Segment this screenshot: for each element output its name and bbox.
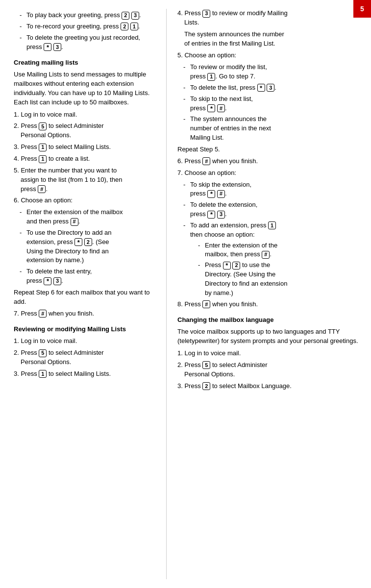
key-star-f: * — [207, 190, 215, 198]
creating-intro: Use Mailing Lists to send messages to mu… — [14, 70, 157, 107]
list-item: To delete the extension,press * 3. — [183, 200, 362, 219]
system-announces: The system announces the numberof entrie… — [184, 30, 362, 49]
step7-sub-bullets: Enter the extension of themailbox, then … — [198, 241, 362, 298]
step-5-left: 5. Enter the number that you want to ass… — [14, 166, 157, 194]
step7-bullets: To skip the extension,press * #. To dele… — [183, 180, 362, 298]
step-2: 2. Press 5 to select AdministerPersonal … — [14, 122, 157, 140]
key-hash-e: # — [202, 157, 210, 165]
creating-heading: Creating mailing lists — [14, 58, 157, 68]
key-star-e: * — [207, 104, 215, 112]
key-1f: 1 — [268, 221, 276, 229]
key-1b: 1 — [39, 144, 47, 151]
key-star-h: * — [223, 262, 231, 270]
content-area: To play back your greeting, press 2 3. T… — [0, 0, 371, 588]
list-item: Enter the extension of the mailboxand th… — [20, 208, 157, 226]
key-2d: 2 — [232, 262, 240, 270]
key-3a: 3 — [131, 12, 139, 20]
list-item: To delete the greeting you just recorded… — [20, 33, 157, 52]
key-star-a: * — [44, 43, 51, 51]
r-step-5-label: 5. Choose an option: — [177, 51, 362, 60]
key-3e: 3 — [267, 84, 274, 92]
key-hash-b: # — [71, 218, 78, 226]
list-item: To skip the extension,press * #. — [183, 180, 362, 199]
right-column: 4. Press 3 to review or modify MailingLi… — [167, 9, 371, 579]
key-star-g: * — [207, 211, 215, 219]
list-item: The system announces thenumber of entrie… — [183, 115, 362, 143]
changing-intro: The voice mailbox supports up to two lan… — [177, 327, 362, 346]
step6-bullets: Enter the extension of the mailboxand th… — [20, 208, 157, 286]
list-item: Press * 2 to use theDirectory. (See Usin… — [198, 261, 362, 297]
key-2: 2 — [122, 12, 129, 20]
key-1c: 1 — [39, 155, 47, 163]
r-step-4: 4. Press 3 to review or modify MailingLi… — [177, 9, 362, 27]
list-item: To add an extension, press 1then choose … — [183, 221, 362, 298]
list-item: Enter the extension of themailbox, then … — [198, 241, 362, 260]
rl-step-2-cont: Personal Options. — [21, 358, 71, 366]
list-item: To skip to the next list,press * #. — [183, 95, 362, 113]
key-hash-h: # — [202, 300, 210, 308]
key-hash-d: # — [217, 104, 225, 112]
r-step-8: 8. Press # when you finish. — [177, 300, 362, 309]
list-item: To review or modify the list,press 1. Go… — [183, 63, 362, 81]
intro-bullets: To play back your greeting, press 2 3. T… — [20, 11, 157, 51]
step5-bullets: To review or modify the list,press 1. Go… — [183, 63, 362, 143]
rl-step-2: 2. Press 5 to select AdministerPersonal … — [14, 348, 157, 367]
page: 5 To play back your greeting, press 2 3.… — [0, 0, 371, 588]
key-3f: 3 — [217, 211, 225, 219]
step-6-label: 6. Choose an option: — [14, 196, 157, 205]
cl-step-1: 1. Log in to voice mail. — [177, 349, 362, 358]
key-5c: 5 — [202, 361, 210, 369]
step-5-cont: assign to the list (from 1 to 10), then — [21, 176, 122, 183]
key-star-c: * — [44, 277, 51, 285]
changing-heading: Changing the mailbox language — [177, 316, 362, 325]
key-1d: 1 — [39, 370, 47, 378]
list-item: To play back your greeting, press 2 3. — [20, 11, 157, 20]
key-star-d: * — [257, 84, 265, 92]
key-2c: 2 — [84, 238, 92, 246]
key-1a: 1 — [130, 23, 138, 30]
key-1e: 1 — [207, 73, 215, 81]
cl-step-3: 3. Press 2 to select Mailbox Language. — [177, 382, 362, 391]
key-hash-c: # — [39, 310, 47, 318]
key-hash-a: # — [38, 185, 46, 193]
key-hash-f: # — [217, 190, 225, 198]
cl-step-2: 2. Press 5 to select AdministerPersonal … — [177, 361, 362, 379]
list-item: To use the Directory to add anextension,… — [20, 228, 157, 265]
key-3b: 3 — [53, 43, 61, 51]
key-2b: 2 — [121, 23, 128, 30]
list-item: To delete the list, press * 3. — [183, 83, 362, 93]
r-step-6: 6. Press # when you finish. — [177, 157, 362, 166]
left-column: To play back your greeting, press 2 3. T… — [0, 9, 167, 579]
list-item: To re-record your greeting, press 2 1. — [20, 22, 157, 31]
r-step-7-label: 7. Choose an option: — [177, 169, 362, 178]
list-item: To delete the last entry,press * 3. — [20, 267, 157, 286]
step-2-cont: Personal Options. — [21, 131, 71, 139]
step-3: 3. Press 1 to select Mailing Lists. — [14, 143, 157, 152]
page-number: 5 — [353, 0, 371, 18]
cl-step-2-cont: Personal Options. — [184, 370, 235, 378]
step-5-cont2: press #. — [21, 185, 48, 193]
key-2e: 2 — [202, 382, 210, 390]
repeat6: Repeat Step 6 for each mailbox that you … — [14, 288, 157, 307]
rl-step-3: 3. Press 1 to select Mailing Lists. — [14, 369, 157, 379]
key-hash-g: # — [262, 251, 270, 259]
step-1: 1. Log in to voice mail. — [14, 110, 157, 120]
step-4: 4. Press 1 to create a list. — [14, 154, 157, 164]
r-step-4-cont: Lists. — [184, 19, 199, 26]
repeat5: Repeat Step 5. — [177, 145, 362, 154]
key-3d: 3 — [202, 10, 210, 18]
key-star-b: * — [74, 238, 82, 246]
key-5b: 5 — [39, 349, 47, 357]
key-5a: 5 — [39, 122, 47, 130]
reviewing-heading: Reviewing or modifying Mailing Lists — [14, 325, 157, 334]
step-7-left: 7. Press # when you finish. — [14, 309, 157, 318]
key-3c: 3 — [53, 277, 61, 285]
rl-step-1: 1. Log in to voice mail. — [14, 337, 157, 346]
